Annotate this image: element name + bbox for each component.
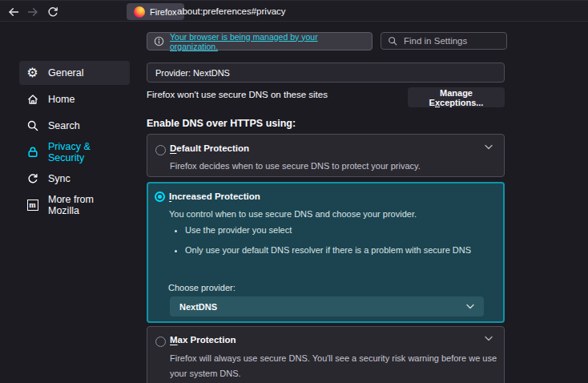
- firefox-window: Firefox about:preferences#privacy ⚙ Gene…: [0, 0, 588, 383]
- back-arrow-icon: [8, 6, 19, 18]
- home-icon: [26, 93, 39, 107]
- sidebar-item-label: Home: [48, 94, 75, 105]
- option-title: Max Protection: [170, 335, 236, 345]
- forward-arrow-icon: [27, 6, 38, 18]
- provider-text: Provider: NextDNS: [155, 68, 230, 78]
- active-tab[interactable]: Firefox: [127, 3, 184, 20]
- back-button[interactable]: [6, 4, 22, 20]
- radio-increased-protection[interactable]: [155, 192, 165, 202]
- sidebar-item-label: Search: [48, 120, 80, 131]
- sidebar-item-label: Privacy & Security: [48, 141, 123, 163]
- find-in-settings-input[interactable]: [402, 35, 494, 46]
- forward-button[interactable]: [25, 4, 41, 20]
- option-title: Increased Protection: [169, 192, 260, 201]
- sidebar-item-more-from-mozilla[interactable]: m More from Mozilla: [19, 193, 130, 217]
- url-bar-text[interactable]: about:preferences#privacy: [177, 1, 286, 22]
- choose-provider-label: Choose provider:: [168, 283, 236, 292]
- option-default-protection[interactable]: Default Protection Firefox decides when …: [147, 134, 505, 177]
- option-max-protection[interactable]: Max Protection Firefox will always use s…: [147, 326, 505, 383]
- dns-provider-display: Provider: NextDNS: [147, 62, 505, 83]
- reload-button[interactable]: [45, 4, 61, 20]
- radio-default-protection[interactable]: [155, 145, 166, 155]
- option-description: Firefox will always use secure DNS. You'…: [170, 351, 500, 381]
- firefox-logo-icon: [134, 6, 145, 18]
- provider-dropdown-value: NextDNS: [179, 302, 217, 312]
- manage-exceptions-button[interactable]: Manage Exceptions...: [408, 87, 505, 107]
- sync-icon: [26, 172, 39, 186]
- sidebar-item-label: General: [48, 67, 83, 79]
- chevron-down-icon[interactable]: [485, 144, 493, 150]
- sidebar-item-search[interactable]: Search: [19, 114, 130, 138]
- radio-max-protection[interactable]: [155, 337, 166, 347]
- managed-notice: Your browser is being managed by your or…: [147, 32, 373, 50]
- sidebar-item-label: Sync: [48, 173, 70, 184]
- find-in-settings: [381, 32, 507, 50]
- search-icon: [26, 119, 39, 133]
- mozilla-icon: m: [26, 199, 39, 212]
- sidebar-item-home[interactable]: Home: [19, 87, 130, 111]
- bullet-item: Use the provider you select: [185, 225, 471, 235]
- info-icon: [154, 36, 164, 46]
- dns-over-https-heading: Enable DNS over HTTPS using:: [147, 118, 296, 129]
- bullet-item: Only use your default DNS resolver if th…: [185, 245, 471, 255]
- provider-dropdown[interactable]: NextDNS: [170, 296, 484, 316]
- option-increased-protection[interactable]: Increased Protection You control when to…: [147, 182, 505, 323]
- tab-title: Firefox: [150, 7, 177, 17]
- chevron-down-icon: [466, 304, 474, 309]
- option-description: Firefox decides when to use secure DNS t…: [170, 160, 421, 172]
- option-title: Default Protection: [170, 143, 249, 153]
- sidebar-item-privacy-security[interactable]: Privacy & Security: [19, 140, 130, 164]
- increased-protection-bullets: Use the provider you select Only use you…: [172, 225, 471, 265]
- sidebar-item-general[interactable]: ⚙ General: [19, 61, 130, 85]
- sidebar-item-label: More from Mozilla: [48, 194, 123, 216]
- secure-dns-exceptions-label: Firefox won't use secure DNS on these si…: [147, 90, 328, 99]
- lock-icon: [26, 146, 39, 159]
- sidebar-item-sync[interactable]: Sync: [19, 167, 130, 191]
- option-description: You control when to use secure DNS and c…: [169, 208, 417, 220]
- gear-icon: ⚙: [26, 67, 39, 80]
- managed-notice-link[interactable]: Your browser is being managed by your or…: [170, 32, 365, 51]
- browser-toolbar: Firefox about:preferences#privacy: [0, 0, 588, 22]
- chevron-down-icon[interactable]: [485, 336, 493, 341]
- search-icon: [388, 36, 397, 46]
- reload-icon: [47, 6, 58, 18]
